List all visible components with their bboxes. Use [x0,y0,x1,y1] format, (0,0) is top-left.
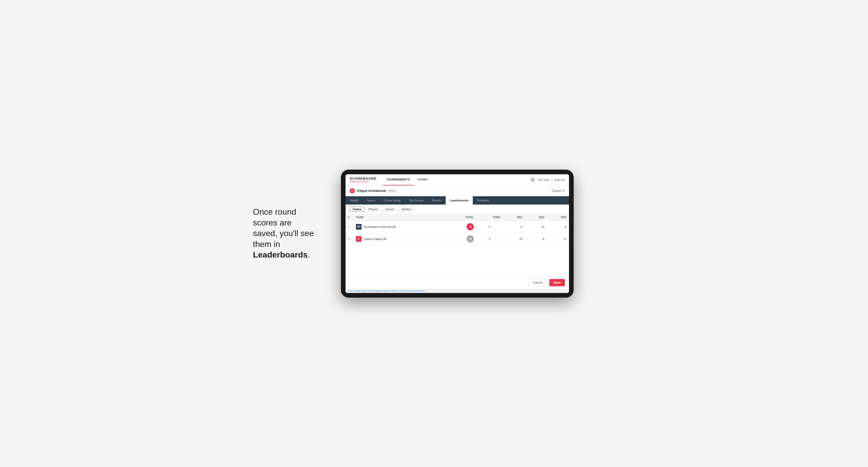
col-rd3: RD3 [547,214,569,221]
description-line5: Leaderboards [253,250,308,259]
filter-teams-button[interactable]: Teams [350,207,364,212]
cell-team: SUScoreboard University [A] [353,221,447,233]
leaderboard-table: # TEAM TOTAL THRU RD1 RD2 RD3 1SUScorebo… [345,214,569,245]
description-line1: Once round [253,207,296,216]
cell-rd3: +3 [547,233,569,245]
col-team: TEAM [353,214,447,221]
logo-sub: Powered by clippd [350,180,377,183]
nav-links: TOURNAMENTS TEAMS [383,174,530,186]
cell-rank: 2 [345,233,353,245]
tab-leaderboards[interactable]: Leaderboards [446,196,473,205]
description-line4: them in [253,240,280,249]
description-line2: scores are [253,218,291,227]
user-avatar: S [530,177,535,183]
cancel-button[interactable]: Cancel [528,279,547,286]
status-bar: https://stage-blue-coach.stagescoreboard… [345,289,569,293]
filter-players-button[interactable]: Players [366,207,381,212]
tablet-frame: SCOREBOARD Powered by clippd TOURNAMENTS… [341,169,574,298]
tournament-title: C Clippd Invitational (Men) [350,188,396,193]
tournament-icon: C [350,188,355,193]
logo-title: SCOREBOARD [350,177,377,180]
nav-right: S Test User | Sign out [530,177,565,183]
cell-total: +3 [447,233,476,245]
nav-tournaments[interactable]: TOURNAMENTS [383,174,413,186]
cell-total: -5 [447,221,476,233]
cell-rd3: -6 [547,221,569,233]
filter-bar: Teams Players Scores Strokes [345,205,569,214]
col-total: TOTAL [447,214,476,221]
bottom-bar: Cancel Save [345,276,569,289]
filter-scores-button[interactable]: Scores [382,207,397,212]
tournament-cancel-button[interactable]: Cancel ✕ [552,189,565,193]
tab-course-setup[interactable]: Course Setup [379,196,405,205]
user-separator: | [552,178,553,181]
cell-rd1: -4 [503,221,525,233]
table-header-row: # TEAM TOTAL THRU RD1 RD2 RD3 [345,214,569,221]
tournament-gender: (Men) [388,189,396,193]
table-row: 1SUScoreboard University [A]-5F-4+5-6 [345,221,569,233]
cell-thru: F [476,233,503,245]
col-rd2: RD2 [525,214,547,221]
tablet-screen: SCOREBOARD Powered by clippd TOURNAMENTS… [345,174,569,293]
tab-details[interactable]: Details [345,196,363,205]
user-name: Test User [537,178,549,181]
table-row: 2CClippd College [A]+3F+8-8+3 [345,233,569,245]
tab-tee-groups[interactable]: Tee Groups [405,196,428,205]
description-text: Once round scores are saved, you'll see … [253,207,326,260]
cell-rd2: -8 [525,233,547,245]
cell-rank: 1 [345,221,353,233]
tab-teams[interactable]: Teams [363,196,379,205]
table-spacer [345,245,569,276]
cell-rd2: +5 [525,221,547,233]
sign-out-link[interactable]: Sign out [555,178,565,181]
logo-area: SCOREBOARD Powered by clippd [350,177,377,183]
tab-printables[interactable]: Printables [473,196,494,205]
cell-thru: F [476,221,503,233]
description-line3: saved, you'll see [253,228,314,238]
tab-results[interactable]: Results [428,196,446,205]
nav-teams[interactable]: TEAMS [413,174,431,186]
cell-rd1: +8 [503,233,525,245]
status-url: https://stage-blue-coach.stagescoreboard… [348,290,425,292]
col-rank: # [345,214,353,221]
tournament-name: Clippd Invitational [357,189,386,193]
col-thru: THRU [476,214,503,221]
col-rd1: RD1 [503,214,525,221]
cell-team: CClippd College [A] [353,233,447,245]
sub-tabs: Details Teams Course Setup Tee Groups Re… [345,196,569,205]
description-period: . [308,250,310,259]
filter-strokes-button[interactable]: Strokes [399,207,414,212]
save-button[interactable]: Save [549,279,565,286]
top-nav: SCOREBOARD Powered by clippd TOURNAMENTS… [345,174,569,186]
tournament-header: C Clippd Invitational (Men) Cancel ✕ [345,186,569,196]
